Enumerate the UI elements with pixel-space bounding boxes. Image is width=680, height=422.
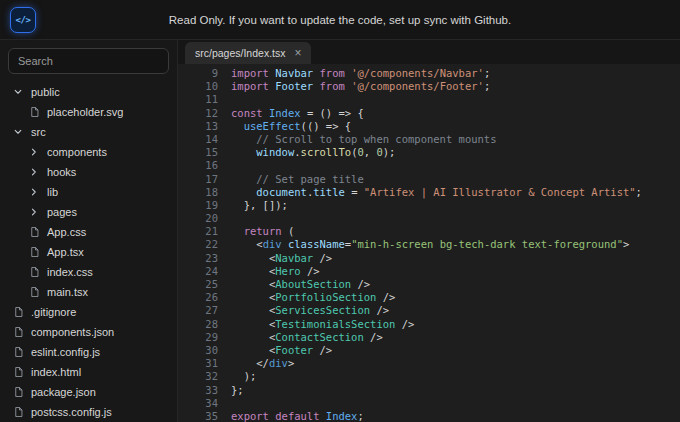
tree-item-label: App.tsx bbox=[47, 246, 84, 258]
code-line: 22 <div className="min-h-screen bg-tech-… bbox=[178, 238, 680, 251]
line-number: 11 bbox=[178, 93, 218, 106]
code-line: 21 return ( bbox=[178, 225, 680, 238]
tree-folder-lib[interactable]: lib bbox=[8, 182, 169, 202]
code-line: 29 <ContactSection /> bbox=[178, 331, 680, 344]
code-line: 9import Navbar from '@/components/Navbar… bbox=[178, 67, 680, 80]
tree-file-.gitignore[interactable]: .gitignore bbox=[8, 302, 169, 322]
tree-item-label: src bbox=[31, 126, 46, 138]
file-icon bbox=[28, 246, 40, 258]
tree-item-label: components.json bbox=[31, 326, 114, 338]
line-number: 23 bbox=[178, 252, 218, 265]
tree-file-eslint.config.js[interactable]: eslint.config.js bbox=[8, 342, 169, 362]
code-text: }; bbox=[218, 384, 244, 397]
tab-close-icon[interactable]: × bbox=[294, 47, 301, 59]
file-icon bbox=[28, 266, 40, 278]
main-area: publicplaceholder.svgsrccomponentshooksl… bbox=[0, 40, 680, 422]
code-line: 20 bbox=[178, 212, 680, 225]
code-text: <ServicesSection /> bbox=[218, 304, 389, 317]
line-number: 26 bbox=[178, 291, 218, 304]
line-number: 30 bbox=[178, 344, 218, 357]
code-line: 24 <Hero /> bbox=[178, 265, 680, 278]
file-icon bbox=[28, 106, 40, 118]
chevron-down-icon bbox=[12, 87, 24, 97]
file-icon bbox=[28, 286, 40, 298]
tree-file-postcss.config.js[interactable]: postcss.config.js bbox=[8, 402, 169, 422]
tree-item-label: App.css bbox=[47, 226, 86, 238]
tab-bar: src/pages/Index.tsx × bbox=[178, 40, 680, 64]
line-number: 17 bbox=[178, 173, 218, 186]
tree-file-App.tsx[interactable]: App.tsx bbox=[8, 242, 169, 262]
code-text: <Hero /> bbox=[218, 265, 320, 278]
file-icon bbox=[12, 386, 24, 398]
tree-folder-pages[interactable]: pages bbox=[8, 202, 169, 222]
line-number: 25 bbox=[178, 278, 218, 291]
code-text: document.title = "Artifex | AI Illustrat… bbox=[218, 186, 642, 199]
app-logo[interactable]: </> bbox=[10, 7, 36, 33]
code-text: useEffect(() => { bbox=[218, 120, 351, 133]
tree-item-label: index.html bbox=[31, 366, 81, 378]
file-icon bbox=[12, 306, 24, 318]
file-tree: publicplaceholder.svgsrccomponentshooksl… bbox=[8, 82, 169, 422]
code-line: 35export default Index; bbox=[178, 410, 680, 422]
code-line: 18 document.title = "Artifex | AI Illust… bbox=[178, 186, 680, 199]
code-line: 17 // Set page title bbox=[178, 173, 680, 186]
tree-item-label: placeholder.svg bbox=[47, 106, 123, 118]
file-icon bbox=[12, 366, 24, 378]
line-number: 14 bbox=[178, 133, 218, 146]
code-text bbox=[218, 159, 231, 172]
tree-file-components.json[interactable]: components.json bbox=[8, 322, 169, 342]
code-text: // Scroll to top when component mounts bbox=[218, 133, 497, 146]
tree-file-App.css[interactable]: App.css bbox=[8, 222, 169, 242]
code-editor[interactable]: 9import Navbar from '@/components/Navbar… bbox=[178, 64, 680, 422]
tree-item-label: pages bbox=[47, 206, 77, 218]
tree-file-index.css[interactable]: index.css bbox=[8, 262, 169, 282]
tree-file-placeholder.svg[interactable]: placeholder.svg bbox=[8, 102, 169, 122]
line-number: 15 bbox=[178, 146, 218, 159]
tree-folder-public[interactable]: public bbox=[8, 82, 169, 102]
tab-index-tsx[interactable]: src/pages/Index.tsx × bbox=[185, 42, 311, 64]
chevron-right-icon bbox=[28, 167, 40, 177]
tree-file-index.html[interactable]: index.html bbox=[8, 362, 169, 382]
code-text: <div className="min-h-screen bg-tech-dar… bbox=[218, 238, 629, 251]
code-line: 30 <Footer /> bbox=[178, 344, 680, 357]
line-number: 31 bbox=[178, 357, 218, 370]
code-text: return ( bbox=[218, 225, 294, 238]
code-text: import Footer from '@/components/Footer'… bbox=[218, 80, 490, 93]
tree-item-label: eslint.config.js bbox=[31, 346, 100, 358]
chevron-right-icon bbox=[28, 187, 40, 197]
code-text: <TestimonialsSection /> bbox=[218, 318, 414, 331]
chevron-down-icon bbox=[12, 127, 24, 137]
line-number: 22 bbox=[178, 238, 218, 251]
code-text: const Index = () => { bbox=[218, 107, 364, 120]
tree-folder-src[interactable]: src bbox=[8, 122, 169, 142]
code-text: }, []); bbox=[218, 199, 288, 212]
tree-item-label: hooks bbox=[47, 166, 76, 178]
file-icon bbox=[12, 326, 24, 338]
code-logo-icon: </> bbox=[16, 15, 31, 25]
code-line: 31 </div> bbox=[178, 357, 680, 370]
code-text bbox=[218, 93, 231, 106]
code-text: // Set page title bbox=[218, 173, 364, 186]
search-input[interactable] bbox=[8, 48, 169, 74]
tree-file-main.tsx[interactable]: main.tsx bbox=[8, 282, 169, 302]
chevron-right-icon bbox=[28, 147, 40, 157]
topbar: </> Read Only. If you want to update the… bbox=[0, 0, 680, 40]
line-number: 13 bbox=[178, 120, 218, 133]
chevron-right-icon bbox=[28, 207, 40, 217]
code-line: 10import Footer from '@/components/Foote… bbox=[178, 80, 680, 93]
code-line: 28 <TestimonialsSection /> bbox=[178, 318, 680, 331]
line-number: 28 bbox=[178, 318, 218, 331]
code-line: 27 <ServicesSection /> bbox=[178, 304, 680, 317]
line-number: 24 bbox=[178, 265, 218, 278]
file-icon bbox=[28, 226, 40, 238]
tree-folder-hooks[interactable]: hooks bbox=[8, 162, 169, 182]
code-line: 34 bbox=[178, 397, 680, 410]
readonly-banner: Read Only. If you want to update the cod… bbox=[0, 14, 680, 26]
tree-file-package.json[interactable]: package.json bbox=[8, 382, 169, 402]
code-line: 26 <PortfolioSection /> bbox=[178, 291, 680, 304]
editor-pane: src/pages/Index.tsx × 9import Navbar fro… bbox=[178, 40, 680, 422]
tree-folder-components[interactable]: components bbox=[8, 142, 169, 162]
code-text: <Footer /> bbox=[218, 344, 332, 357]
tree-item-label: .gitignore bbox=[31, 306, 76, 318]
code-text: import Navbar from '@/components/Navbar'… bbox=[218, 67, 490, 80]
